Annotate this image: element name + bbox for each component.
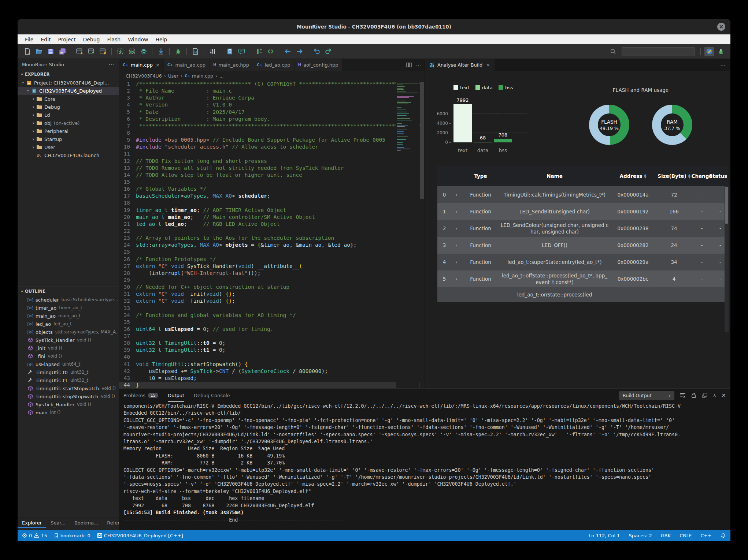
open-folder-icon[interactable] (34, 47, 44, 56)
nav-forward-icon[interactable] (295, 47, 304, 56)
sidebar-item-peripheral[interactable]: ›Peripheral (18, 127, 119, 135)
outline-item-scheduler[interactable]: [∅]schedulerbasicScheduler<aoType... (18, 296, 119, 304)
panel-more-icon[interactable]: ··· (721, 62, 730, 68)
sliders-icon[interactable] (208, 47, 217, 56)
table-scrollbar[interactable] (725, 186, 729, 332)
save-all-icon[interactable] (58, 47, 67, 56)
sidebar-item-core[interactable]: ›Core (18, 95, 119, 103)
sidebar-more-icon[interactable]: ··· (109, 62, 114, 67)
minimap[interactable] (396, 81, 419, 388)
outline-item-objects[interactable]: [∅]objectsstd::array<aoTypes, MAX_A... (18, 328, 119, 336)
outline-item-led-ao[interactable]: [∅]led_aoled_ao_t (18, 320, 119, 328)
project-status[interactable]: CH32V003F4U6_Deployed [C++] (97, 533, 183, 538)
tab-analyse-after-build[interactable]: Analyse After Build × (425, 59, 495, 71)
table-row[interactable]: 0›FunctionTimingUtil::calcTimings(timing… (437, 186, 729, 203)
sidebar-tab-explorer[interactable]: Explorer (18, 518, 46, 528)
sidebar-item-ch32v003f4u6-deployed[interactable]: ›CH32V003F4U6_Deployed (18, 87, 119, 95)
clear-output-icon[interactable] (680, 392, 686, 399)
table-row[interactable]: 3›FunctionLED_OFF()0x0000028224-- (437, 237, 729, 254)
sidebar-item-startup[interactable]: ›Startup (18, 135, 119, 143)
ld-file-icon[interactable]: .ld (190, 47, 200, 56)
lock-icon[interactable] (691, 392, 697, 398)
col-status[interactable]: Status ∨ (712, 172, 729, 180)
status-gbk[interactable]: GBK (661, 533, 671, 538)
sidebar-tab-bookma[interactable]: Bookma... (70, 518, 103, 527)
build-icon[interactable] (115, 47, 125, 56)
build-output[interactable]: components/WCH/Toolchain/RISC-V Embedded… (119, 402, 730, 530)
outline-item-uselapsed[interactable]: [∅]usElapseduint64_t (18, 360, 119, 368)
project-settings-icon[interactable] (98, 47, 108, 56)
sidebar-tab-sear[interactable]: Sear... (46, 518, 70, 527)
outline-item-timingutil-stopstopwatch[interactable]: TimingUtil::stopStopwatchvoid () (18, 392, 119, 400)
outline-item-main-ao[interactable]: [∅]main_aomain_ao_t (18, 312, 119, 320)
tab-main_ao-cpp[interactable]: C+main_ao.cpp (164, 59, 210, 71)
undo-icon[interactable] (312, 47, 321, 56)
help-icon[interactable]: ? (225, 47, 234, 56)
import-project-icon[interactable] (86, 47, 96, 56)
table-row[interactable]: 2›FunctionLED_SendColour(unsigned char, … (437, 220, 729, 237)
build-all-icon[interactable] (127, 47, 137, 56)
status-spaces-2[interactable]: Spaces: 2 (629, 533, 652, 538)
sidebar-item-user[interactable]: ›User (18, 143, 119, 151)
editor-scrollbar[interactable] (420, 81, 425, 388)
outline-item-systick-handler[interactable]: SysTick_Handlervoid () (18, 336, 119, 344)
expand-icon[interactable]: › (451, 224, 462, 233)
collapse-panel-icon[interactable]: ∧ (713, 393, 716, 398)
explorer-section-header[interactable]: › EXPLORER (18, 70, 119, 79)
nav-back-icon[interactable] (283, 47, 292, 56)
verify-icon[interactable] (704, 47, 714, 56)
outline-item--fini[interactable]: _finivoid () (18, 352, 119, 360)
sidebar-item-debug[interactable]: ›Debug (18, 103, 119, 111)
tab-main_ao-hpp[interactable]: Hmain_ao.hpp (210, 59, 253, 71)
expand-icon[interactable]: › (451, 275, 462, 283)
table-row[interactable]: 5›Functionled_ao_t::offState::process(le… (437, 270, 729, 287)
panel-tab-debug-console[interactable]: Debug Console (194, 389, 230, 402)
sidebar-item-ld[interactable]: ›Ld (18, 111, 119, 119)
close-icon[interactable]: × (486, 62, 490, 68)
redo-icon[interactable] (323, 47, 333, 56)
table-row[interactable]: led_ao_t::onState::process(led (437, 287, 729, 302)
open-in-new-window-icon[interactable] (702, 392, 708, 398)
table-row[interactable]: 4›Functionled_ao_t::superState::entry(le… (437, 254, 729, 270)
search-input[interactable] (622, 47, 695, 56)
menu-window[interactable]: Window (124, 37, 152, 42)
outline-item-systick-handler[interactable]: SysTick_Handlervoid () (18, 400, 119, 408)
outline-item-timingutil-t0[interactable]: TimingUtil::t0uint32_t (18, 368, 119, 376)
breadcrumb[interactable]: CH32V003F4U6›User›C+main.cpp›... (119, 71, 425, 81)
code-icon[interactable] (266, 47, 275, 56)
format-icon[interactable] (254, 47, 263, 56)
table-row[interactable]: 1›FunctionLED_SendBit(unsigned char)0x00… (437, 203, 729, 220)
outline-item-timingutil-t1[interactable]: TimingUtil::t1uint32_t (18, 376, 119, 384)
outline-item-timingutil-startstopwatch[interactable]: TimingUtil::startStopwatchvoid () (18, 384, 119, 392)
feedback-icon[interactable] (237, 47, 246, 56)
bookmark-status[interactable]: bookmark: 0 (54, 533, 90, 538)
menu-file[interactable]: File (21, 37, 37, 42)
menu-help[interactable]: Help (152, 37, 171, 42)
tab-aof_config-hpp[interactable]: Haof_config.hpp (295, 59, 342, 71)
panel-tab-output[interactable]: Output (168, 389, 184, 402)
problems-status[interactable]: 0 15 (22, 533, 47, 538)
outline-section-header[interactable]: › OUTLINE (18, 287, 119, 296)
clean-icon[interactable] (139, 47, 148, 56)
outline-item-timer-ao[interactable]: [∅]timer_aotimer_ao_t (18, 304, 119, 312)
save-icon[interactable] (46, 47, 55, 56)
status-crlf[interactable]: CRLF (680, 533, 692, 538)
sidebar-item-project-ch32v003f4u6-depl-[interactable]: ›Project: CH32V003F4U6_Depl... (18, 79, 119, 87)
debug-bug-icon[interactable] (716, 47, 726, 56)
tab-main-cpp[interactable]: C+main.cpp× (119, 59, 164, 71)
new-file-icon[interactable] (22, 47, 32, 56)
close-panel-icon[interactable]: × (721, 392, 726, 399)
col-size[interactable]: Size(Byte)▲▼ (656, 172, 692, 180)
menu-edit[interactable]: Edit (37, 37, 54, 42)
sidebar-item-ch32v003f4u6-launch[interactable]: CH32V003F4U6.launch (18, 151, 119, 159)
sidebar-item-obj[interactable]: ›obj(on-active) (18, 119, 119, 127)
editor-more-icon[interactable]: ··· (416, 62, 421, 68)
search-icon[interactable] (608, 47, 618, 56)
outline-item-main[interactable]: mainint () (18, 408, 119, 417)
menu-debug[interactable]: Debug (79, 37, 103, 42)
bell-icon[interactable] (721, 533, 726, 538)
code-editor[interactable]: 1/*********************************** (C… (119, 81, 425, 388)
status-ln-112-col-1[interactable]: Ln 112, Col 1 (589, 533, 620, 538)
status-c-[interactable]: C++ (700, 533, 712, 538)
expand-icon[interactable]: › (451, 258, 462, 266)
